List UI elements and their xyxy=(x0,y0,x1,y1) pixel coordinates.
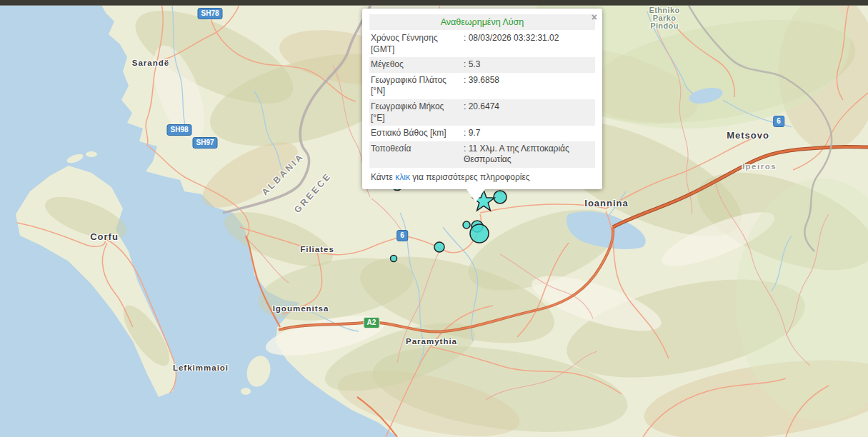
close-icon[interactable]: × xyxy=(592,12,597,22)
popup-row-magnitude: Μέγεθος : 5.3 xyxy=(369,57,595,73)
depth-label: Εστιακό Βάθος [km] xyxy=(369,126,462,141)
epicenter-circle[interactable] xyxy=(391,256,397,262)
location-value: : 11 Χλμ. Α της Λεπτοκαριάς Θεσπρωτίας xyxy=(462,141,595,168)
islet xyxy=(86,151,97,157)
epicenter-circle[interactable] xyxy=(494,191,507,204)
top-bar xyxy=(0,0,868,6)
longitude-label: Γεωγραφικό Μήκος [°E] xyxy=(369,99,462,126)
popup-row-latitude: Γεωγραφικό Πλάτος [°N] : 39.6858 xyxy=(369,73,595,99)
footer-text-post: για περισσότερες πληροφορίες xyxy=(410,172,530,182)
epicenter-circle[interactable] xyxy=(470,224,489,243)
popup-row-longitude: Γεωγραφικό Μήκος [°E] : 20.6474 xyxy=(369,99,595,126)
popup-footer: Κάντε κλικ για περισσότερες πληροφορίες xyxy=(369,168,595,184)
epicenter-circle[interactable] xyxy=(463,221,470,228)
islet xyxy=(241,388,251,395)
location-label: Τοποθεσία xyxy=(369,141,462,157)
longitude-value: : 20.6474 xyxy=(462,99,595,115)
popup-tail xyxy=(467,189,485,202)
magnitude-value: : 5.3 xyxy=(462,57,595,73)
origin-time-label: Χρόνος Γέννησης [GMT] xyxy=(369,31,462,57)
magnitude-label: Μέγεθος xyxy=(369,57,462,73)
earthquake-info-popup: × Αναθεωρημένη Λύση Χρόνος Γέννησης [GMT… xyxy=(362,9,602,189)
more-info-link[interactable]: κλικ xyxy=(395,172,410,182)
popup-row-location: Τοποθεσία : 11 Χλμ. Α της Λεπτοκαριάς Θε… xyxy=(369,141,595,168)
popup-title: Αναθεωρημένη Λύση xyxy=(369,14,595,30)
epicenter-circle[interactable] xyxy=(434,242,444,252)
origin-time-value: : 08/03/2026 03:32:31.02 xyxy=(462,31,595,46)
footer-text-pre: Κάντε xyxy=(371,172,395,182)
latitude-value: : 39.6858 xyxy=(462,73,595,89)
popup-row-origin-time: Χρόνος Γέννησης [GMT] : 08/03/2026 03:32… xyxy=(369,31,595,57)
depth-value: : 9.7 xyxy=(462,126,595,141)
latitude-label: Γεωγραφικό Πλάτος [°N] xyxy=(369,73,462,99)
popup-row-depth: Εστιακό Βάθος [km] : 9.7 xyxy=(369,126,595,141)
